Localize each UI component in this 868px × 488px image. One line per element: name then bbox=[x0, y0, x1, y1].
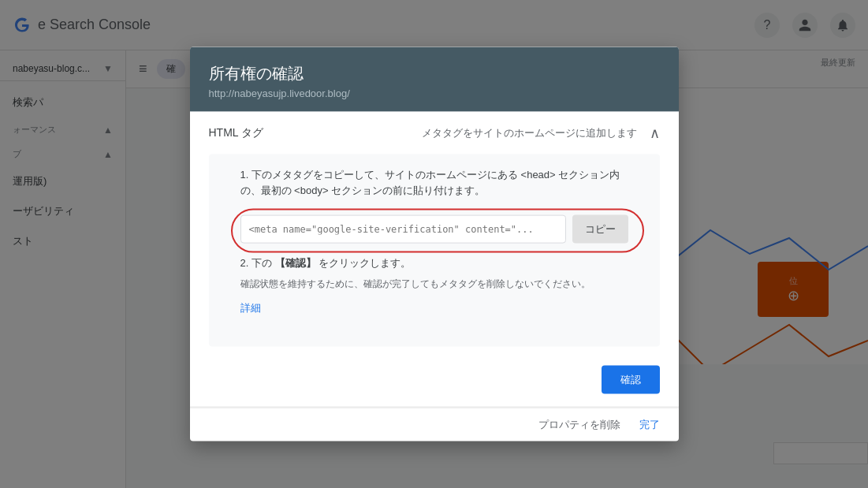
modal-footer: プロパティを削除 完了 bbox=[190, 408, 679, 441]
modal-header: 所有権の確認 http://nabeyasujp.livedoor.blog/ bbox=[190, 47, 679, 111]
step2-prefix: 2. 下の bbox=[240, 257, 275, 269]
step2-suffix: をクリックします。 bbox=[316, 257, 412, 269]
modal-subtitle: http://nabeyasujp.livedoor.blog/ bbox=[209, 87, 660, 99]
detail-link[interactable]: 詳細 bbox=[228, 298, 641, 328]
meta-tag-row: コピー bbox=[228, 209, 641, 256]
chevron-up-icon[interactable]: ∧ bbox=[650, 124, 660, 141]
done-link[interactable]: 完了 bbox=[639, 418, 660, 432]
step2-bold: 【確認】 bbox=[275, 257, 316, 269]
copy-button[interactable]: コピー bbox=[572, 215, 628, 244]
method-header[interactable]: HTML タグ メタタグをサイトのホームページに追加します ∧ bbox=[190, 111, 679, 154]
confirm-button[interactable]: 確認 bbox=[602, 366, 660, 394]
step2-note: 確認状態を維持するために、確認が完了してもメタタグを削除しないでください。 bbox=[228, 277, 641, 298]
meta-tag-input[interactable] bbox=[240, 215, 566, 244]
html-tag-section: HTML タグ メタタグをサイトのホームページに追加します ∧ 1. 下のメタタ… bbox=[190, 111, 679, 408]
confirm-row: 確認 bbox=[190, 359, 679, 407]
ownership-modal: 所有権の確認 http://nabeyasujp.livedoor.blog/ … bbox=[190, 47, 679, 441]
method-label: HTML タグ bbox=[209, 125, 263, 140]
method-description: メタタグをサイトのホームページに追加します bbox=[422, 125, 637, 140]
modal-title: 所有権の確認 bbox=[209, 62, 660, 84]
step2-title: 2. 下の 【確認】 をクリックします。 bbox=[228, 256, 641, 277]
step1-instruction: 1. 下のメタタグをコピーして、サイトのホームページにある <head> セクシ… bbox=[228, 154, 641, 209]
method-content-box: 1. 下のメタタグをコピーして、サイトのホームページにある <head> セクシ… bbox=[209, 154, 660, 347]
delete-property-link[interactable]: プロパティを削除 bbox=[538, 418, 620, 432]
modal-body[interactable]: HTML タグ メタタグをサイトのホームページに追加します ∧ 1. 下のメタタ… bbox=[190, 111, 679, 408]
